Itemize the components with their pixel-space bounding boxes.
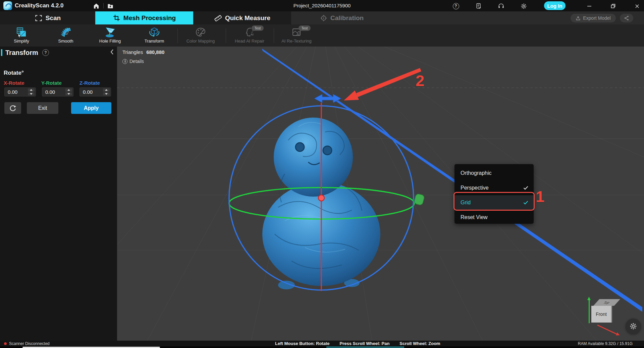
headset-icon bbox=[498, 3, 504, 9]
step-down-button[interactable] bbox=[65, 92, 72, 96]
reset-rotation-button[interactable] bbox=[4, 102, 21, 114]
minimize-button[interactable] bbox=[586, 2, 593, 10]
home-button[interactable] bbox=[93, 2, 100, 10]
tab-quick-measure-label: Quick Measure bbox=[225, 14, 270, 22]
y-rotate-field bbox=[42, 87, 73, 96]
svg-text:AI: AI bbox=[297, 32, 300, 36]
triangle-up-icon bbox=[67, 89, 70, 91]
triangles-readout: Triangles680,880 bbox=[122, 49, 164, 55]
tool-ai-retexturing-label: AI Re-Texturing bbox=[281, 39, 312, 44]
toolbar-separator bbox=[177, 28, 178, 43]
scan-frame-icon bbox=[35, 14, 43, 22]
tab-calibration-label: Calibration bbox=[330, 14, 364, 22]
ram-indicator: RAM Available 9.32G / 15.91G bbox=[578, 341, 633, 346]
step-up-button[interactable] bbox=[103, 88, 110, 92]
panel-title: Transform bbox=[5, 49, 38, 57]
scene-3d bbox=[117, 47, 644, 341]
tool-transform[interactable]: Transform bbox=[134, 24, 174, 47]
y-rotate-stepper bbox=[65, 88, 72, 95]
export-icon bbox=[576, 16, 581, 21]
annotation-highlight-box bbox=[453, 192, 535, 211]
step-down-button[interactable] bbox=[28, 92, 35, 96]
minimize-icon bbox=[587, 3, 592, 9]
gear-icon bbox=[629, 322, 637, 330]
toolbar-separator bbox=[226, 28, 226, 43]
close-button[interactable] bbox=[633, 2, 641, 10]
view-cube[interactable]: Top Front bbox=[586, 296, 623, 336]
y-rotate-label: Y-Rotate bbox=[41, 80, 62, 86]
annotation-step-2: 2 bbox=[416, 71, 424, 90]
menu-item-label: Orthographic bbox=[461, 170, 492, 176]
view-cube-top-face[interactable]: Top bbox=[593, 299, 620, 306]
tool-transform-label: Transform bbox=[145, 39, 164, 44]
tool-simplify[interactable]: Simplify bbox=[1, 24, 42, 47]
export-model-button[interactable]: Export Model bbox=[571, 14, 616, 22]
viewport-settings-button[interactable] bbox=[626, 319, 641, 334]
taskbar-teal-segment bbox=[326, 346, 404, 348]
project-title: Project_20260401175900 bbox=[288, 3, 356, 8]
z-rotate-label: Z-Rotate bbox=[79, 80, 100, 86]
share-button[interactable] bbox=[620, 14, 633, 22]
tool-simplify-label: Simplify bbox=[14, 39, 29, 44]
triangle-up-icon bbox=[30, 89, 33, 91]
view-cube-front-face[interactable]: Front bbox=[591, 306, 612, 323]
z-rotate-stepper bbox=[103, 88, 110, 95]
tool-smooth[interactable]: Smooth bbox=[46, 24, 86, 47]
feedback-button[interactable] bbox=[475, 2, 482, 10]
scanner-status-label: Scanner Disconnected bbox=[9, 341, 50, 346]
panel-collapse-chevron-icon[interactable] bbox=[110, 49, 115, 56]
hint-rotate: Left Mouse Button: Rotate bbox=[275, 341, 329, 346]
mesh-toolbar: Simplify Smooth bbox=[0, 24, 644, 47]
tab-scan-label: Scan bbox=[46, 14, 61, 22]
exit-button[interactable]: Exit bbox=[27, 102, 58, 114]
tool-hole-filling[interactable]: Hole Filling bbox=[90, 24, 130, 47]
menu-item-label: Reset View bbox=[461, 214, 488, 220]
panel-accent-bar bbox=[1, 49, 2, 56]
crop-mesh-icon bbox=[113, 14, 120, 22]
axis-x-arrow-icon bbox=[597, 325, 617, 335]
tab-calibration[interactable]: Calibration bbox=[320, 11, 364, 24]
triangle-up-icon bbox=[105, 89, 108, 91]
info-icon bbox=[122, 59, 127, 64]
tool-ai-retexturing[interactable]: AI AI Re-Texturing Test bbox=[276, 24, 317, 47]
taskbar-sliver bbox=[0, 346, 644, 348]
details-toggle[interactable]: Details bbox=[122, 59, 144, 64]
tool-head-ai-repair[interactable]: AI Head AI Repair Test bbox=[229, 24, 270, 47]
scanner-status: Scanner Disconnected bbox=[4, 341, 50, 346]
step-down-button[interactable] bbox=[103, 92, 110, 96]
panel-help-icon[interactable]: ? bbox=[42, 49, 49, 56]
step-up-button[interactable] bbox=[28, 88, 35, 92]
settings-button[interactable] bbox=[520, 2, 527, 10]
mouse-hints: Left Mouse Button: Rotate Press Scroll W… bbox=[275, 341, 440, 346]
menu-item-reset-view[interactable]: Reset View bbox=[454, 210, 534, 225]
close-icon bbox=[635, 4, 640, 9]
reset-rotate-icon bbox=[9, 105, 16, 112]
open-project-button[interactable] bbox=[107, 2, 114, 10]
ruler-icon bbox=[214, 14, 222, 22]
status-dot-icon bbox=[4, 342, 7, 345]
smooth-icon bbox=[60, 24, 71, 38]
tab-scan[interactable]: Scan bbox=[0, 11, 95, 24]
share-icon bbox=[624, 15, 629, 21]
help-button[interactable]: ? bbox=[452, 2, 460, 10]
tab-quick-measure[interactable]: Quick Measure bbox=[193, 11, 291, 24]
apply-button[interactable]: Apply bbox=[71, 102, 111, 114]
tab-mesh-processing[interactable]: Mesh Processing bbox=[95, 11, 193, 24]
titlebar-divider bbox=[103, 3, 104, 8]
login-button[interactable]: Log In bbox=[544, 1, 566, 10]
viewport-3d[interactable]: Triangles680,880 Details Orthographic Pe… bbox=[117, 47, 644, 341]
support-button[interactable] bbox=[497, 2, 505, 10]
gizmo-center-handle bbox=[318, 195, 324, 201]
calibration-strip: Calibration Export Model bbox=[291, 11, 644, 24]
checkmark-icon bbox=[523, 185, 528, 191]
axis-y-arrow-icon bbox=[589, 300, 590, 323]
step-up-button[interactable] bbox=[65, 88, 72, 92]
title-bar: CrealityScan 4.2.0 Project_2026040117590… bbox=[0, 0, 644, 11]
toolbar-separator bbox=[274, 28, 274, 43]
mode-tab-bar: Scan Mesh Processing Quick Measure bbox=[0, 11, 644, 24]
rotate-section-title: Rotate° bbox=[4, 70, 24, 76]
maximize-button[interactable] bbox=[609, 2, 617, 10]
menu-item-orthographic[interactable]: Orthographic bbox=[454, 166, 534, 181]
annotation-arrow bbox=[344, 68, 421, 100]
tool-color-mapping[interactable]: Color Mapping bbox=[180, 24, 221, 47]
